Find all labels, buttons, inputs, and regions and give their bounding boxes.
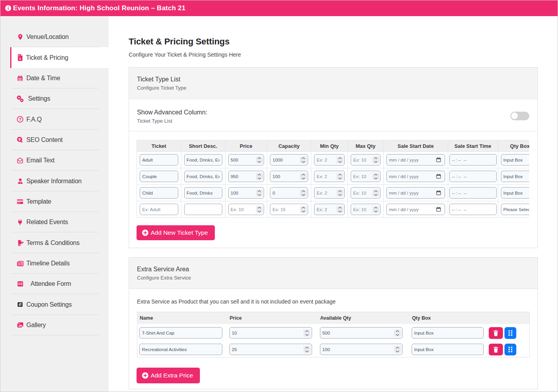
svg-text:$: $ — [19, 57, 21, 61]
svg-text:?: ? — [19, 118, 21, 122]
